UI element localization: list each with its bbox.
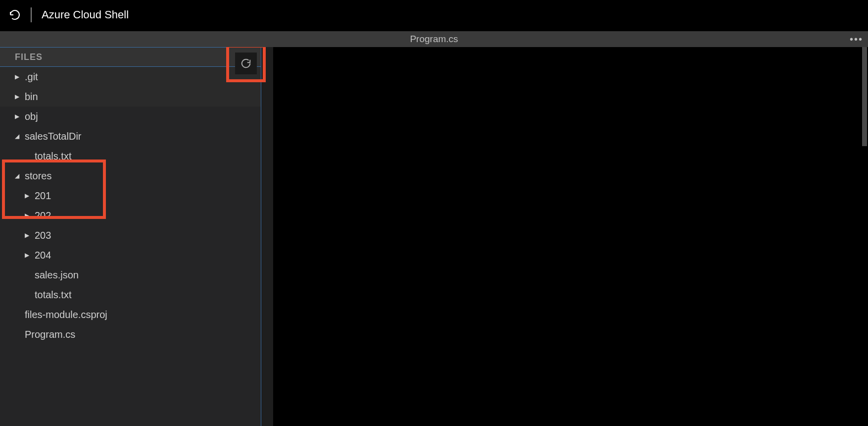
tree-folder-202[interactable]: ▶ 202 <box>0 206 261 225</box>
tree-folder-git[interactable]: ▶ .git <box>0 67 261 87</box>
editor-scrollbar[interactable] <box>861 47 868 426</box>
editor-gutter <box>261 47 273 426</box>
chevron-right-icon: ▶ <box>15 113 22 120</box>
chevron-right-icon: ▶ <box>25 192 32 199</box>
tree-folder-201[interactable]: ▶ 201 <box>0 186 261 206</box>
tree-file-sales-json[interactable]: ▶ sales.json <box>0 265 261 285</box>
file-tree: ▶ .git ▶ bin ▶ obj ◢ salesTotalDir ▶ tot… <box>0 67 261 426</box>
tree-file-program-cs[interactable]: ▶ Program.cs <box>0 324 261 344</box>
header-divider <box>31 7 32 22</box>
tree-label: 202 <box>35 210 51 221</box>
files-section-header[interactable]: FILES <box>0 47 261 67</box>
tree-folder-204[interactable]: ▶ 204 <box>0 245 261 265</box>
tree-folder-stores[interactable]: ◢ stores <box>0 166 261 186</box>
tab-bar: Program.cs ••• <box>0 31 868 47</box>
reload-icon[interactable] <box>9 9 21 21</box>
tree-folder-203[interactable]: ▶ 203 <box>0 225 261 245</box>
refresh-button[interactable] <box>235 53 257 74</box>
tree-file-csproj[interactable]: ▶ files-module.csproj <box>0 305 261 324</box>
tree-label: Program.cs <box>25 329 75 340</box>
tree-file-totals-txt-stores[interactable]: ▶ totals.txt <box>0 285 261 305</box>
chevron-right-icon: ▶ <box>25 212 32 219</box>
tree-label: obj <box>25 111 38 122</box>
files-section-label: FILES <box>15 52 43 62</box>
top-header: Azure Cloud Shell <box>0 0 868 30</box>
tree-label: totals.txt <box>35 289 71 301</box>
tree-label: files-module.csproj <box>25 309 107 320</box>
refresh-highlight-box <box>226 47 266 82</box>
tree-label: 203 <box>35 230 51 241</box>
tree-label: stores <box>25 170 51 182</box>
tree-label: 201 <box>35 190 51 202</box>
editor-pane[interactable] <box>261 47 868 426</box>
tree-label: sales.json <box>35 269 79 281</box>
file-explorer-sidebar: FILES ▶ .git ▶ bin ▶ <box>0 47 261 426</box>
tab-title[interactable]: Program.cs <box>410 34 458 45</box>
tree-label: .git <box>25 71 38 83</box>
tree-label: salesTotalDir <box>25 131 81 142</box>
chevron-down-icon: ◢ <box>15 133 22 140</box>
more-icon[interactable]: ••• <box>850 34 863 45</box>
tree-file-totals-txt[interactable]: ▶ totals.txt <box>0 146 261 166</box>
tree-label: totals.txt <box>35 151 71 162</box>
scrollbar-thumb[interactable] <box>862 47 867 146</box>
tree-label: 204 <box>35 250 51 261</box>
tree-label: bin <box>25 91 38 103</box>
chevron-right-icon: ▶ <box>15 93 22 100</box>
chevron-right-icon: ▶ <box>15 73 22 80</box>
tree-folder-salestotaldir[interactable]: ◢ salesTotalDir <box>0 126 261 146</box>
chevron-right-icon: ▶ <box>25 232 32 239</box>
chevron-down-icon: ◢ <box>15 172 22 179</box>
tree-folder-bin[interactable]: ▶ bin <box>0 87 261 106</box>
tree-folder-obj[interactable]: ▶ obj <box>0 106 261 126</box>
app-title: Azure Cloud Shell <box>42 8 129 21</box>
chevron-right-icon: ▶ <box>25 252 32 259</box>
